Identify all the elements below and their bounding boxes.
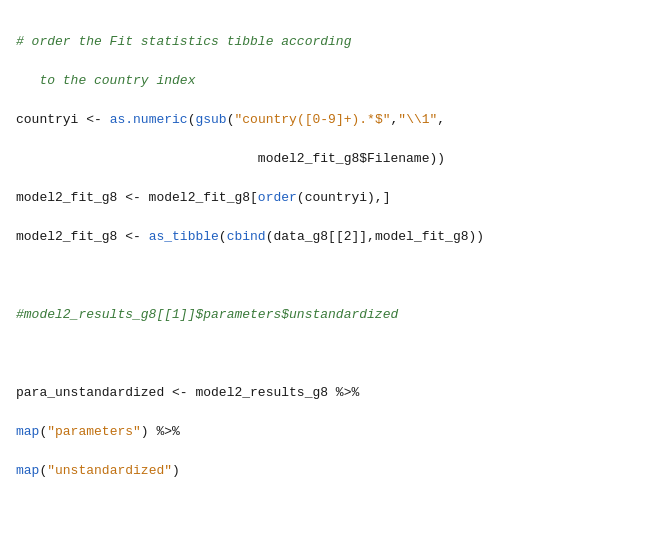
code-line-3: countryi <- as.numeric(gsub("country([0-… <box>16 110 634 130</box>
code-line-4: model2_fit_g8$Filename)) <box>16 149 634 169</box>
code-line-11: map("parameters") %>% <box>16 422 634 442</box>
code-line-blank3 <box>16 500 634 520</box>
code-line-blank2 <box>16 344 634 364</box>
code-line-5: model2_fit_g8 <- model2_fit_g8[order(cou… <box>16 188 634 208</box>
code-line-6: model2_fit_g8 <- as_tibble(cbind(data_g8… <box>16 227 634 247</box>
code-line-12: map("unstandardized") <box>16 461 634 481</box>
code-line-blank1 <box>16 266 634 286</box>
comment-line-1: # order the Fit statistics tibble accord… <box>16 32 634 52</box>
comment-line-3: #model2_results_g8[[1]]$parameters$unsta… <box>16 305 634 325</box>
code-editor: # order the Fit statistics tibble accord… <box>16 12 634 537</box>
code-line-10: para_unstandardized <- model2_results_g8… <box>16 383 634 403</box>
comment-line-2: to the country index <box>16 71 634 91</box>
